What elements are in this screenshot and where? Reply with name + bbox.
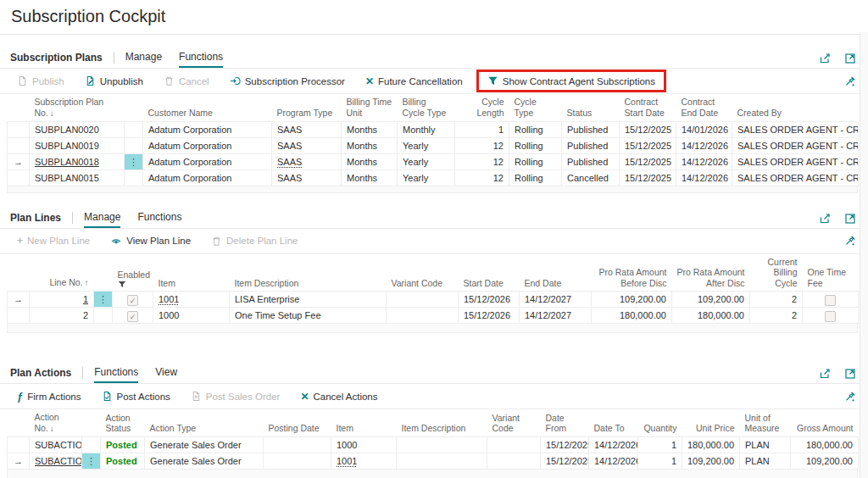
table-row[interactable]: SUBACTIO... Posted Generate Sales Order … <box>8 436 859 453</box>
col-pro-rata-after[interactable]: Pro Rata Amount After Disc <box>672 254 750 292</box>
col-unit-of-measure[interactable]: Unit of Measure <box>740 409 791 436</box>
col-pro-rata-before[interactable]: Pro Rata Amount Before Disc <box>592 254 672 292</box>
focus-mode-icon[interactable] <box>844 53 856 64</box>
share-icon[interactable] <box>819 53 831 64</box>
cancel-button[interactable]: Cancel <box>155 73 218 89</box>
col-cycle-length[interactable]: Cycle Length <box>455 94 509 121</box>
post-sales-order-button[interactable]: Post Sales Order <box>182 388 289 404</box>
view-plan-line-button[interactable]: View Plan Line <box>102 233 199 249</box>
subscription-processor-button[interactable]: Subscription Processor <box>221 73 353 89</box>
firm-actions-button[interactable]: ƒ Firm Actions <box>8 389 90 404</box>
enabled-checkbox[interactable]: ✓ <box>127 295 138 306</box>
delete-plan-line-button[interactable]: Delete Plan Line <box>203 233 306 249</box>
subscription-plans-table: Subscription Plan No.↓ Customer Name Pro… <box>7 94 859 186</box>
row-menu[interactable] <box>94 308 113 324</box>
one-time-fee-checkbox[interactable] <box>825 311 836 322</box>
section-title-plan-actions: Plan Actions <box>10 367 71 383</box>
focus-mode-icon[interactable] <box>844 213 856 225</box>
col-contract-start-date[interactable]: Contract Start Date <box>620 94 676 121</box>
col-unit-price[interactable]: Unit Price <box>682 409 740 436</box>
document-order-icon <box>191 391 202 402</box>
col-action-no[interactable]: Action No.↓ <box>30 409 82 436</box>
col-subscription-plan-no[interactable]: Subscription Plan No.↓ <box>30 94 125 121</box>
row-menu[interactable]: ⋮ <box>94 292 113 308</box>
col-enabled[interactable]: Enabled <box>113 254 153 292</box>
col-item-description[interactable]: Item Description <box>397 409 487 436</box>
table-row[interactable]: SUBPLAN0020 Adatum Corporation SAAS Mont… <box>8 121 859 137</box>
actions-header-row: Action No.↓ Action Status Action Type Po… <box>8 409 859 436</box>
tab-manage[interactable]: Manage <box>84 211 120 228</box>
col-customer-name[interactable]: Customer Name <box>143 94 272 121</box>
col-status[interactable]: Status <box>562 94 620 121</box>
table-row[interactable]: SUBPLAN0015 Adatum Corporation SAAS Mont… <box>8 170 859 186</box>
col-billing-cycle-type[interactable]: Billing Cycle Type <box>398 94 455 121</box>
future-cancellation-button[interactable]: ✕ Future Cancellation <box>357 73 471 90</box>
col-one-time-fee[interactable]: One Time Fee <box>803 254 859 292</box>
col-line-no[interactable]: Line No.↑ <box>30 254 94 292</box>
row-menu[interactable]: ⋮ <box>125 153 143 170</box>
focus-mode-icon[interactable] <box>844 368 856 380</box>
col-action-status[interactable]: Action Status <box>101 409 145 436</box>
post-actions-button[interactable]: Post Actions <box>93 388 179 404</box>
tab-view[interactable]: View <box>155 366 177 383</box>
plan-lines-header: Plan Lines Manage Functions <box>0 208 868 229</box>
col-contract-end-date[interactable]: Contract End Date <box>676 94 732 121</box>
unpublish-button[interactable]: Unpublish <box>76 73 152 89</box>
table-row[interactable]: 2 ✓ 1000 One Time Setup Fee 15/12/2026 1… <box>8 308 859 324</box>
col-action-type[interactable]: Action Type <box>145 409 264 436</box>
col-created-by[interactable]: Created By <box>732 94 859 121</box>
row-menu[interactable] <box>125 170 143 186</box>
one-time-fee-checkbox[interactable] <box>825 295 836 306</box>
row-menu[interactable] <box>125 121 143 137</box>
new-plan-line-button[interactable]: + New Plan Line <box>8 232 98 249</box>
filter-icon <box>487 75 498 86</box>
show-contract-agent-subscriptions-button[interactable]: Show Contract Agent Subscriptions <box>476 69 666 92</box>
share-icon[interactable] <box>819 213 831 225</box>
enabled-checkbox[interactable]: ✓ <box>127 311 138 322</box>
col-variant-code[interactable]: Variant Code <box>387 254 459 292</box>
col-billing-time-unit[interactable]: Billing Time Unit <box>342 94 398 121</box>
x-icon: ✕ <box>300 391 309 403</box>
vertical-scrollbar[interactable] <box>860 32 868 478</box>
personalize-pin-icon[interactable] <box>844 391 856 403</box>
subscription-plans-toolbar: Publish Unpublish Cancel Subscription Pr… <box>0 69 868 94</box>
row-menu-dots-icon: ⋮ <box>98 294 108 304</box>
page-title: Subscription Cockpit <box>0 0 868 35</box>
col-date-from[interactable]: Date From <box>541 409 589 436</box>
table-row-selected[interactable]: → SUBPLAN0018 ⋮ Adatum Corporation SAAS … <box>8 153 859 170</box>
table-row[interactable]: SUBPLAN0019 Adatum Corporation SAAS Mont… <box>8 137 859 153</box>
document-edit-icon <box>85 75 96 86</box>
tab-functions[interactable]: Functions <box>179 51 223 68</box>
col-variant-code[interactable]: Variant Code <box>487 409 541 436</box>
table-row-selected[interactable]: → SUBACTIO... ⋮ Posted Generate Sales Or… <box>8 453 859 469</box>
col-end-date[interactable]: End Date <box>520 254 592 292</box>
col-item[interactable]: Item <box>153 254 230 292</box>
col-quantity[interactable]: Quantity <box>638 409 682 436</box>
col-date-to[interactable]: Date To <box>589 409 638 436</box>
col-current-billing-cycle[interactable]: Current Billing Cycle <box>750 254 803 292</box>
col-cycle-type[interactable]: Cycle Type <box>509 94 562 121</box>
cancel-actions-button[interactable]: ✕ Cancel Actions <box>292 388 386 405</box>
col-item[interactable]: Item <box>331 409 397 436</box>
row-menu[interactable] <box>125 137 143 153</box>
personalize-pin-icon[interactable] <box>844 235 856 247</box>
col-item-description[interactable]: Item Description <box>230 254 387 292</box>
publish-button[interactable]: Publish <box>8 73 73 89</box>
row-menu[interactable]: ⋮ <box>82 453 101 469</box>
col-start-date[interactable]: Start Date <box>459 254 520 292</box>
row-menu-dots-icon: ⋮ <box>129 157 138 167</box>
col-program-type[interactable]: Program Type <box>272 94 342 121</box>
actions-grid-footer <box>7 470 858 478</box>
table-row-selected[interactable]: → 1 ⋮ ✓ 1001 LISA Enterprise 15/12/2026 … <box>8 292 859 308</box>
tab-functions[interactable]: Functions <box>137 211 181 228</box>
personalize-pin-icon[interactable] <box>844 75 856 87</box>
col-posting-date[interactable]: Posting Date <box>264 409 331 436</box>
row-menu[interactable] <box>82 436 101 453</box>
plan-lines-table: Line No.↑ Enabled Item Item Description … <box>7 254 859 325</box>
tab-functions[interactable]: Functions <box>94 366 138 383</box>
col-gross-amount[interactable]: Gross Amount <box>791 409 859 436</box>
divider <box>114 52 114 64</box>
share-icon[interactable] <box>819 368 831 380</box>
sort-desc-icon: ↓ <box>50 424 54 433</box>
tab-manage[interactable]: Manage <box>125 51 162 68</box>
